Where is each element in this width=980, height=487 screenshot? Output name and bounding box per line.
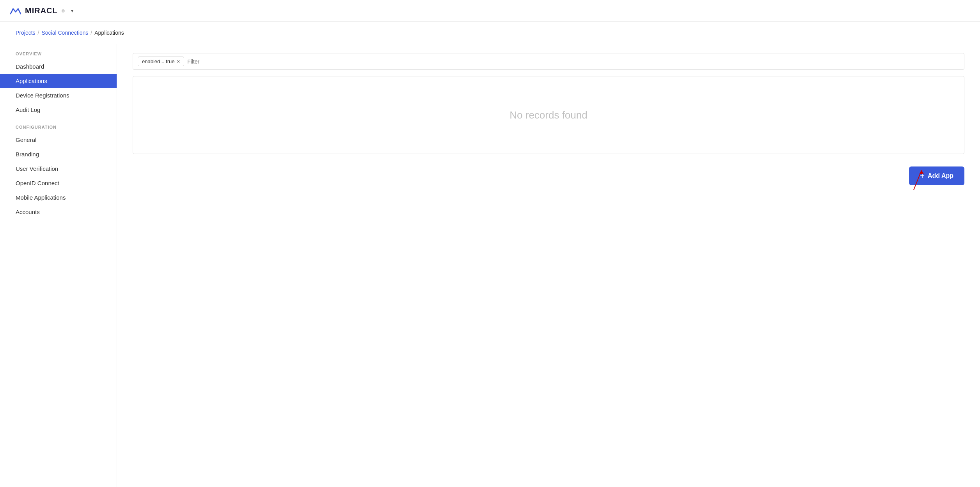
breadcrumb-current: Applications — [94, 30, 124, 36]
sidebar-item-mobile-applications[interactable]: Mobile Applications — [0, 190, 117, 205]
logo-text: MIRACL — [25, 6, 58, 15]
logo-trademark: ® — [62, 9, 65, 13]
sidebar-item-dashboard[interactable]: Dashboard — [0, 59, 117, 74]
breadcrumb-social-connections-link[interactable]: Social Connections — [41, 30, 88, 36]
miracl-logo-icon — [9, 6, 22, 16]
app-header: MIRACL ® ▾ — [0, 0, 980, 22]
logo-area: MIRACL ® — [9, 6, 65, 16]
sidebar-item-applications[interactable]: Applications — [0, 74, 117, 88]
sidebar-item-device-registrations[interactable]: Device Registrations — [0, 88, 117, 103]
breadcrumb-projects-link[interactable]: Projects — [16, 30, 36, 36]
sidebar-item-user-verification[interactable]: User Verification — [0, 161, 117, 176]
header-dropdown[interactable]: ▾ — [71, 8, 73, 14]
records-container: No records found — [133, 76, 964, 154]
main-layout: OVERVIEW Dashboard Applications Device R… — [0, 44, 980, 487]
sidebar-item-openid-connect[interactable]: OpenID Connect — [0, 176, 117, 190]
sidebar-section-configuration: CONFIGURATION — [0, 117, 117, 133]
filter-tag-enabled[interactable]: enabled = true × — [138, 57, 184, 66]
breadcrumb: Projects / Social Connections / Applicat… — [0, 22, 980, 44]
main-content: enabled = true × No records found + Add … — [117, 44, 980, 487]
add-app-label: Add App — [928, 172, 953, 179]
breadcrumb-separator-2: / — [91, 30, 92, 36]
no-records-text: No records found — [510, 109, 587, 121]
sidebar-item-general[interactable]: General — [0, 133, 117, 147]
filter-tag-close-icon[interactable]: × — [177, 59, 180, 64]
add-app-area: + Add App — [133, 166, 964, 185]
filter-input[interactable] — [187, 58, 959, 65]
sidebar-item-branding[interactable]: Branding — [0, 147, 117, 161]
add-app-button[interactable]: + Add App — [909, 166, 964, 185]
breadcrumb-separator-1: / — [38, 30, 39, 36]
sidebar-item-accounts[interactable]: Accounts — [0, 205, 117, 219]
sidebar: OVERVIEW Dashboard Applications Device R… — [0, 44, 117, 487]
sidebar-section-overview: OVERVIEW — [0, 44, 117, 59]
add-app-plus-icon: + — [920, 172, 925, 180]
sidebar-item-audit-log[interactable]: Audit Log — [0, 103, 117, 117]
filter-bar: enabled = true × — [133, 53, 964, 70]
filter-tag-text: enabled = true — [142, 58, 174, 64]
